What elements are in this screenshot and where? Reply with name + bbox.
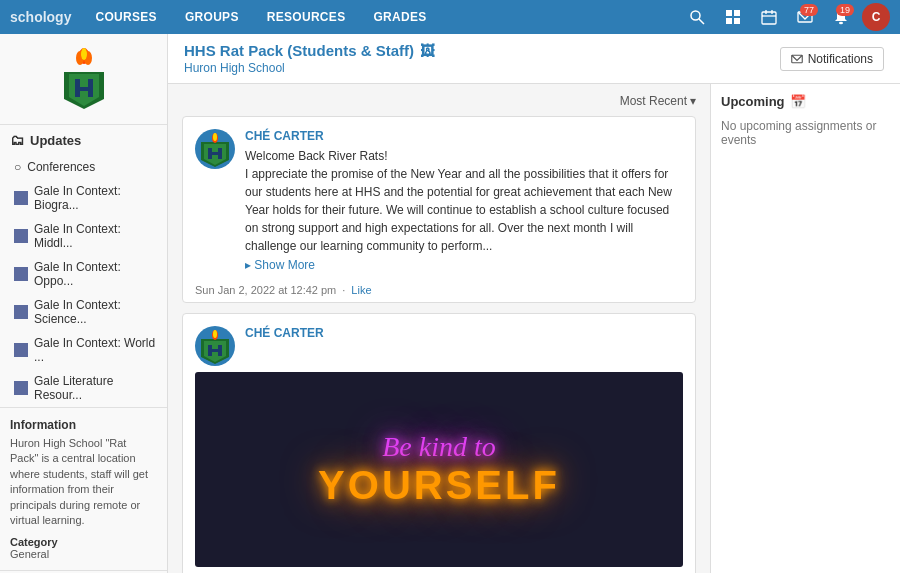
updates-icon: 🗂 bbox=[10, 132, 24, 148]
sidebar-updates-section: 🗂 Updates ○ Conferences Gale In Context:… bbox=[0, 124, 167, 407]
mail-button[interactable]: 77 bbox=[790, 2, 820, 32]
feed-main: Most Recent ▾ bbox=[168, 84, 710, 573]
nav-grades[interactable]: GRADES bbox=[359, 0, 440, 34]
sidebar-link-0[interactable]: Gale In Context: Biogra... bbox=[0, 179, 167, 217]
svg-rect-4 bbox=[726, 18, 732, 24]
info-text: Huron High School "Rat Pack" is a centra… bbox=[10, 436, 157, 528]
calendar-button[interactable] bbox=[754, 2, 784, 32]
nav-courses[interactable]: COURSES bbox=[81, 0, 170, 34]
post-text-1: Welcome Back River Rats!I appreciate the… bbox=[245, 147, 683, 255]
content-area: HHS Rat Pack (Students & Staff) 🖼 Huron … bbox=[168, 34, 900, 573]
svg-rect-3 bbox=[734, 10, 740, 16]
link-icon-5 bbox=[14, 381, 28, 395]
sidebar-link-1[interactable]: Gale In Context: Middl... bbox=[0, 217, 167, 255]
post-content-1: CHÉ CARTER Welcome Back River Rats!I app… bbox=[245, 129, 683, 272]
sidebar-link-2[interactable]: Gale In Context: Oppo... bbox=[0, 255, 167, 293]
post-author-2[interactable]: CHÉ CARTER bbox=[245, 326, 683, 340]
neon-sign: Be kind to YOURSELF bbox=[318, 432, 560, 507]
sidebar-link-3[interactable]: Gale In Context: Science... bbox=[0, 293, 167, 331]
nav-groups[interactable]: GROUPS bbox=[171, 0, 253, 34]
feed-sidebar: Upcoming 📅 No upcoming assignments or ev… bbox=[710, 84, 900, 573]
link-icon-4 bbox=[14, 343, 28, 357]
category-label: Category bbox=[10, 536, 58, 548]
neon-line1: Be kind to bbox=[318, 432, 560, 463]
link-icon-3 bbox=[14, 305, 28, 319]
app-logo: schology bbox=[10, 9, 71, 25]
svg-rect-6 bbox=[762, 12, 776, 24]
link-label-2: Gale In Context: Oppo... bbox=[34, 260, 157, 288]
user-avatar[interactable]: C bbox=[862, 3, 890, 31]
page-header: HHS Rat Pack (Students & Staff) 🖼 Huron … bbox=[168, 34, 900, 84]
group-icon: 🖼 bbox=[420, 42, 435, 59]
mail-badge: 77 bbox=[800, 4, 818, 16]
svg-rect-33 bbox=[208, 349, 222, 352]
sort-label-text: Most Recent bbox=[620, 94, 687, 108]
chevron-down-icon: ▾ bbox=[690, 94, 696, 108]
svg-point-0 bbox=[691, 11, 700, 20]
link-label-1: Gale In Context: Middl... bbox=[34, 222, 157, 250]
post-card-2: CHÉ CARTER Be kind to YOURSELF Sun Jan 2… bbox=[182, 313, 696, 573]
notifications-button[interactable]: 19 bbox=[826, 2, 856, 32]
nav-right-icons: 77 19 C bbox=[682, 2, 890, 32]
svg-point-11 bbox=[839, 22, 843, 24]
page-subtitle: Huron High School bbox=[184, 61, 435, 75]
svg-point-28 bbox=[213, 133, 217, 141]
conferences-icon: ○ bbox=[14, 160, 21, 174]
page-title-section: HHS Rat Pack (Students & Staff) 🖼 Huron … bbox=[184, 42, 435, 75]
notifications-btn-label: Notifications bbox=[808, 52, 873, 66]
grid-button[interactable] bbox=[718, 2, 748, 32]
sidebar-category: Category General bbox=[10, 536, 157, 560]
link-icon-2 bbox=[14, 267, 28, 281]
link-label-3: Gale In Context: Science... bbox=[34, 298, 157, 326]
upcoming-header: Upcoming 📅 bbox=[721, 94, 890, 109]
info-title: Information bbox=[10, 418, 157, 432]
page-title: HHS Rat Pack (Students & Staff) 🖼 bbox=[184, 42, 435, 59]
svg-rect-5 bbox=[734, 18, 740, 24]
top-navigation: schology COURSES GROUPS RESOURCES GRADES… bbox=[0, 0, 900, 34]
link-icon-0 bbox=[14, 191, 28, 205]
upcoming-empty: No upcoming assignments or events bbox=[721, 119, 890, 147]
svg-rect-20 bbox=[75, 87, 93, 91]
post-image: Be kind to YOURSELF bbox=[195, 372, 683, 567]
conferences-label: Conferences bbox=[27, 160, 95, 174]
post-card-1: CHÉ CARTER Welcome Back River Rats!I app… bbox=[182, 116, 696, 303]
post-header-2: CHÉ CARTER bbox=[183, 314, 695, 372]
link-label-5: Gale Literature Resour... bbox=[34, 374, 157, 402]
post-avatar-2 bbox=[195, 326, 235, 366]
post-header-1: CHÉ CARTER Welcome Back River Rats!I app… bbox=[183, 117, 695, 278]
sort-dropdown[interactable]: Most Recent ▾ bbox=[620, 94, 696, 108]
calendar-icon-small: 📅 bbox=[790, 94, 806, 109]
link-label-0: Gale In Context: Biogra... bbox=[34, 184, 157, 212]
svg-point-35 bbox=[213, 330, 217, 338]
link-label-4: Gale In Context: World ... bbox=[34, 336, 157, 364]
category-value: General bbox=[10, 548, 49, 560]
post-like-1[interactable]: Like bbox=[351, 284, 371, 296]
sidebar-conferences[interactable]: ○ Conferences bbox=[0, 155, 167, 179]
dot-separator: · bbox=[342, 284, 345, 296]
link-icon-1 bbox=[14, 229, 28, 243]
post-content-2: CHÉ CARTER bbox=[245, 326, 683, 344]
sidebar-link-5[interactable]: Gale Literature Resour... bbox=[0, 369, 167, 407]
show-more-1[interactable]: ▸ Show More bbox=[245, 258, 683, 272]
main-layout: 🗂 Updates ○ Conferences Gale In Context:… bbox=[0, 34, 900, 573]
svg-point-15 bbox=[81, 48, 87, 60]
post-footer-1: Sun Jan 2, 2022 at 12:42 pm · Like bbox=[183, 278, 695, 302]
notifications-button-header[interactable]: Notifications bbox=[780, 47, 884, 71]
sidebar-link-4[interactable]: Gale In Context: World ... bbox=[0, 331, 167, 369]
svg-rect-26 bbox=[208, 152, 222, 155]
post-author-1[interactable]: CHÉ CARTER bbox=[245, 129, 683, 143]
page-title-text: HHS Rat Pack (Students & Staff) bbox=[184, 42, 414, 59]
post-timestamp-1: Sun Jan 2, 2022 at 12:42 pm bbox=[195, 284, 336, 296]
nav-resources[interactable]: RESOURCES bbox=[253, 0, 360, 34]
upcoming-label: Upcoming bbox=[721, 94, 785, 109]
post-image-container: Be kind to YOURSELF bbox=[183, 372, 695, 573]
sidebar: 🗂 Updates ○ Conferences Gale In Context:… bbox=[0, 34, 168, 573]
feed-layout: Most Recent ▾ bbox=[168, 84, 900, 573]
updates-label: Updates bbox=[30, 133, 81, 148]
bell-badge: 19 bbox=[836, 4, 854, 16]
sort-bar: Most Recent ▾ bbox=[182, 94, 696, 108]
post-avatar-1 bbox=[195, 129, 235, 169]
search-button[interactable] bbox=[682, 2, 712, 32]
sidebar-updates-header[interactable]: 🗂 Updates bbox=[0, 125, 167, 155]
svg-rect-2 bbox=[726, 10, 732, 16]
